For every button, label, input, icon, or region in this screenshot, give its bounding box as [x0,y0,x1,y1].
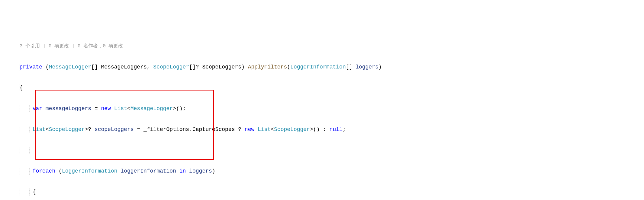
code-line[interactable] [0,147,644,154]
code-line[interactable]: foreach (LoggerInformation loggerInforma… [0,168,644,175]
parameter: loggers [356,64,378,70]
code-line[interactable]: List<ScopeLogger>? scopeLoggers = _filte… [0,126,644,133]
code-line[interactable]: { [0,84,644,91]
codelens-references[interactable]: 3 个引用 | 0 项更改 | 0 名作者，0 项更改 [0,43,644,50]
type: LoggerInformation [290,64,346,70]
code-line[interactable]: private (MessageLogger[] MessageLoggers,… [0,64,644,71]
code-line[interactable]: { [0,189,644,195]
type: ScopeLogger [153,64,189,70]
code-editor[interactable]: 3 个引用 | 0 项更改 | 0 名作者，0 项更改 private (Mes… [0,29,644,200]
keyword: private [19,64,42,70]
method-name: ApplyFilters [248,64,287,70]
type: MessageLogger [49,64,91,70]
code-line[interactable]: var messageLoggers = new List<MessageLog… [0,105,644,112]
